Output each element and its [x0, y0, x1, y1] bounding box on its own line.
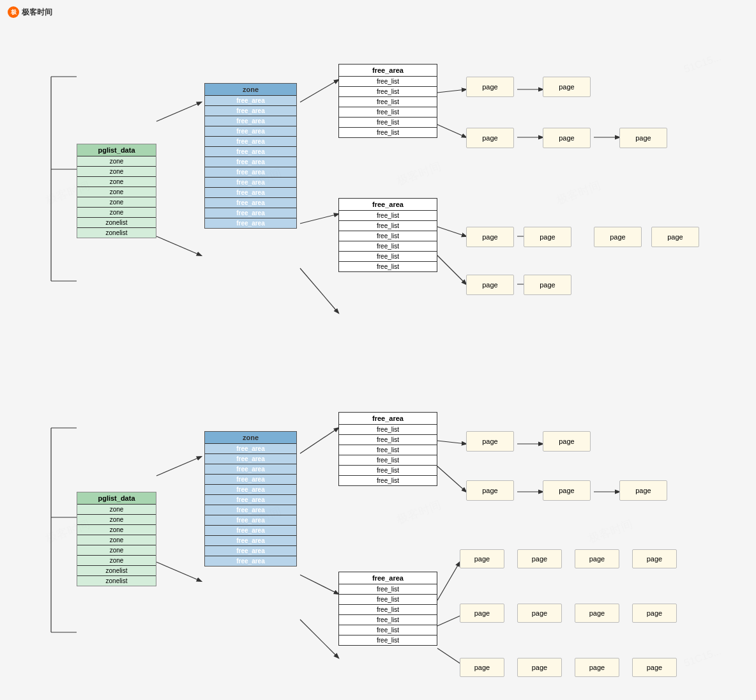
zone-row: free_area: [205, 464, 296, 474]
free-area-box-2: free_area free_list free_list free_list …: [338, 198, 437, 272]
free-list-row: free_list: [339, 584, 437, 594]
page-box: page: [543, 128, 591, 148]
page-box: page: [619, 128, 667, 148]
free-list-row: free_list: [339, 210, 437, 220]
page-box: page: [632, 604, 677, 623]
pglist-row: zone: [77, 186, 156, 197]
free-list-row: free_list: [339, 635, 437, 645]
pglist-box-2: pglist_data zone zone zone zone zone zon…: [77, 492, 156, 586]
free-list-row: free_list: [339, 594, 437, 604]
page-box: page: [575, 604, 619, 623]
pglist-row: zone: [77, 197, 156, 207]
svg-line-28: [437, 441, 466, 444]
free-list-row: free_list: [339, 76, 437, 86]
zone-row: free_area: [205, 167, 296, 177]
free-area-box-1: free_area free_list free_list free_list …: [338, 64, 437, 138]
free-area-header-4: free_area: [339, 572, 437, 584]
svg-line-20: [156, 562, 201, 581]
free-area-header-3: free_area: [339, 413, 437, 424]
zone-row: free_area: [205, 136, 296, 146]
svg-line-7: [300, 214, 338, 224]
page-box: page: [524, 227, 571, 247]
free-list-row: free_list: [339, 251, 437, 261]
page-box: page: [594, 227, 642, 247]
zone-row: free_area: [205, 453, 296, 464]
pglist-row: zonelist: [77, 217, 156, 227]
pglist-row: zonelist: [77, 227, 156, 238]
logo-icon: 极: [8, 6, 19, 18]
zone-header-2: zone: [205, 432, 296, 443]
free-area-box-4: free_area free_list free_list free_list …: [338, 572, 437, 646]
free-list-row: free_list: [339, 465, 437, 475]
free-list-row: free_list: [339, 424, 437, 434]
zone-header-1: zone: [205, 84, 296, 95]
page-box: page: [543, 431, 591, 452]
svg-line-0: [156, 102, 201, 121]
page-box: page: [466, 275, 514, 295]
pglist-row: zone: [77, 504, 156, 514]
free-list-row: free_list: [339, 86, 437, 96]
free-list-row: free_list: [339, 96, 437, 107]
zone-row: free_area: [205, 95, 296, 105]
svg-line-17: [437, 255, 466, 284]
pglist-row: zone: [77, 555, 156, 565]
free-list-row: free_list: [339, 220, 437, 231]
free-list-row: free_list: [339, 475, 437, 485]
svg-line-30: [437, 466, 466, 492]
page-box: page: [543, 77, 591, 97]
page-box: page: [466, 431, 514, 452]
zone-row: free_area: [205, 545, 296, 556]
svg-line-27: [300, 620, 338, 658]
svg-line-19: [156, 457, 201, 476]
page-box: page: [466, 227, 514, 247]
zone-row: free_area: [205, 126, 296, 136]
pglist-row: zone: [77, 535, 156, 545]
page-box: page: [517, 604, 562, 623]
zone-box-1: zone free_area free_area free_area free_…: [204, 83, 297, 229]
free-area-box-3: free_area free_list free_list free_list …: [338, 412, 437, 486]
pglist-row: zone: [77, 156, 156, 166]
page-box: page: [460, 549, 504, 568]
free-list-row: free_list: [339, 261, 437, 271]
svg-line-8: [300, 268, 338, 313]
page-box: page: [575, 549, 619, 568]
pglist-row: zonelist: [77, 575, 156, 586]
pglist-row: zone: [77, 166, 156, 176]
pglist-row: zone: [77, 176, 156, 186]
pglist-header-2: pglist_data: [77, 492, 156, 504]
page-box: page: [575, 658, 619, 677]
diagram: pglist_data zone zone zone zone zone zon…: [13, 26, 747, 690]
page-box: page: [619, 480, 667, 501]
page-box: page: [651, 227, 699, 247]
svg-line-25: [300, 428, 338, 453]
pglist-row: zone: [77, 524, 156, 535]
pglist-row: zonelist: [77, 565, 156, 575]
free-list-row: free_list: [339, 604, 437, 614]
zone-row: free_area: [205, 484, 296, 494]
zone-row: free_area: [205, 535, 296, 545]
zone-row: free_area: [205, 218, 296, 228]
svg-line-9: [437, 89, 466, 93]
page-box: page: [632, 658, 677, 677]
free-list-row: free_list: [339, 455, 437, 465]
pglist-row: zone: [77, 207, 156, 217]
page-box: page: [543, 480, 591, 501]
zone-row: free_area: [205, 505, 296, 515]
page-box: page: [517, 658, 562, 677]
free-list-row: free_list: [339, 241, 437, 251]
page-box: page: [466, 128, 514, 148]
zone-row: free_area: [205, 474, 296, 484]
free-list-row: free_list: [339, 127, 437, 137]
zone-row: free_area: [205, 187, 296, 197]
page-box: page: [517, 549, 562, 568]
zone-box-2: zone free_area free_area free_area free_…: [204, 431, 297, 567]
svg-line-14: [437, 227, 466, 236]
svg-line-26: [300, 575, 338, 594]
page-box: page: [466, 480, 514, 501]
zone-row: free_area: [205, 156, 296, 167]
free-area-header-1: free_area: [339, 65, 437, 76]
pglist-row: zone: [77, 545, 156, 555]
logo-text: 极客时间: [22, 7, 52, 18]
zone-row: free_area: [205, 208, 296, 218]
page-box: page: [460, 658, 504, 677]
